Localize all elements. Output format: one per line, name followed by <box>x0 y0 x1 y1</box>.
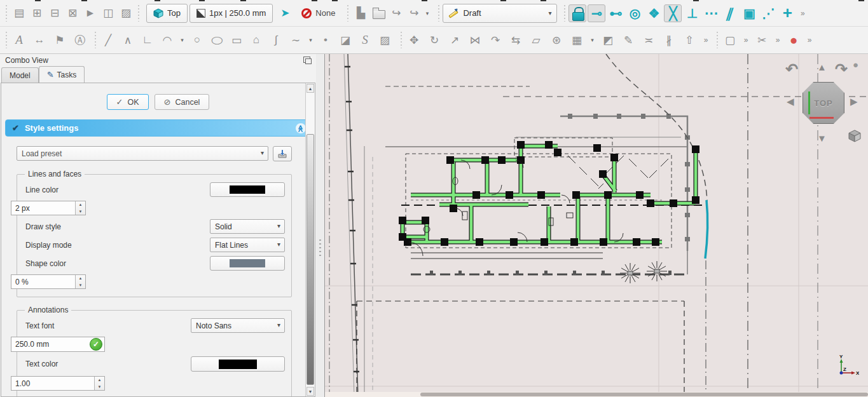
facebinder-icon[interactable]: ◪ <box>336 31 354 49</box>
add-to-group-icon[interactable]: ⊞ <box>28 4 46 22</box>
nav-arrow-right[interactable]: ▶ <box>850 96 858 107</box>
shapestring-icon[interactable]: S <box>356 31 374 49</box>
tab-tasks[interactable]: ✎ Tasks <box>39 66 85 83</box>
transparency-down-arrow[interactable]: ▼ <box>76 282 85 289</box>
hatch-icon[interactable]: ▨ <box>376 31 394 49</box>
panel-splitter[interactable] <box>316 54 324 397</box>
snap-perpendicular-icon[interactable]: ⊥ <box>683 4 701 22</box>
toolbar-drag-handle[interactable] <box>562 5 567 22</box>
text-icon[interactable]: A <box>10 31 28 49</box>
cut-icon[interactable]: ✂ <box>753 31 771 49</box>
array-icon[interactable]: ▦ <box>568 31 586 49</box>
style-settings-header[interactable]: ✔ Style settings ≪ <box>5 119 311 137</box>
polygon-icon[interactable]: ⌂ <box>247 31 265 49</box>
nav-arrow-down[interactable]: ▼ <box>817 133 827 144</box>
edit-overflow-chevron[interactable]: » <box>773 31 783 49</box>
array-dropdown-arrow[interactable]: ▾ <box>588 31 596 49</box>
load-preset-select[interactable]: Load preset <box>17 146 268 161</box>
draft-edit-icon[interactable]: ✎ <box>619 31 637 49</box>
line-width-input[interactable]: 2 px ▲▼ <box>11 201 86 215</box>
toggle-display-mode-icon[interactable]: ◫ <box>99 4 117 22</box>
label-icon[interactable]: ⚑ <box>51 31 69 49</box>
viewport-horizontal-scrollbar[interactable] <box>325 392 868 397</box>
point-icon[interactable]: • <box>317 31 334 49</box>
send-to-drawing-icon[interactable]: ↪ <box>405 4 423 22</box>
scroll-down-button[interactable]: ▼ <box>307 387 314 396</box>
style-settings-button[interactable]: 1px | 250.0 mm <box>189 4 273 23</box>
arc-icon[interactable]: ◠ <box>158 31 176 49</box>
toolbar-drag-handle[interactable] <box>93 32 98 48</box>
display-mode-select[interactable]: Flat Lines <box>210 238 285 252</box>
toolbar-drag-handle[interactable] <box>4 5 9 22</box>
selection-overflow-chevron[interactable]: » <box>741 31 751 49</box>
offset-icon[interactable]: ↷ <box>486 31 504 49</box>
shape-2d-view-icon[interactable]: ◩ <box>599 31 617 49</box>
add-to-construction-group-icon[interactable]: ► <box>81 4 99 22</box>
macro-overflow-chevron[interactable]: » <box>804 31 815 49</box>
line-spacing-down-arrow[interactable]: ▼ <box>95 384 104 391</box>
snap-intersection-icon[interactable]: ╳ <box>664 4 682 22</box>
annotation-styles-icon[interactable]: Ⓐ <box>71 31 89 49</box>
dimension-icon[interactable]: ↔ <box>31 31 48 49</box>
stretch-icon[interactable]: ⇆ <box>507 31 525 49</box>
snap-grid-icon[interactable]: + <box>778 4 796 22</box>
move-icon[interactable]: ✥ <box>405 31 423 49</box>
transparency-up-arrow[interactable]: ▲ <box>76 275 85 282</box>
ok-button[interactable]: ✓ OK <box>107 94 149 110</box>
nav-rotate-ccw-arrow[interactable]: ↶ <box>785 60 798 78</box>
move-to-group-arrow-icon[interactable]: ↪ <box>387 4 405 22</box>
line-width-up-arrow[interactable]: ▲ <box>76 201 85 208</box>
bezier-dropdown-arrow[interactable]: ▾ <box>307 31 315 49</box>
nav-sphere-icon[interactable]: ● <box>853 59 858 70</box>
move-to-group-icon[interactable]: ⊟ <box>46 4 64 22</box>
line-spacing-up-arrow[interactable]: ▲ <box>95 377 104 384</box>
snap-angle-icon[interactable]: ❖ <box>645 4 663 22</box>
clone-icon[interactable]: ⊛ <box>548 31 565 49</box>
transparency-input[interactable]: 0 % ▲▼ <box>11 274 86 289</box>
toolbar-drag-handle[interactable] <box>399 32 404 48</box>
mini-cube-icon[interactable] <box>848 129 862 143</box>
apply-current-style-icon[interactable]: ➤ <box>276 4 294 22</box>
navigation-cube[interactable]: TOP <box>803 82 844 124</box>
layers-icon[interactable]: ▤ <box>10 4 28 22</box>
working-plane-proxy-icon[interactable]: ▨ <box>117 4 135 22</box>
modify-overflow-chevron[interactable]: » <box>701 31 711 49</box>
line-spacing-input[interactable]: 1.00 ▲▼ <box>11 376 105 391</box>
polyline-icon[interactable]: ∧ <box>119 31 137 49</box>
new-group-icon[interactable] <box>369 4 387 22</box>
rectangle-icon[interactable]: ▭ <box>228 31 245 49</box>
scrollbar-thumb[interactable] <box>307 134 314 385</box>
cancel-button[interactable]: ⊘ Cancel <box>155 94 210 110</box>
snap-special-icon[interactable]: ▣ <box>740 4 758 22</box>
bspline-icon[interactable]: ∫ <box>267 31 285 49</box>
upgrade-icon[interactable]: ⇧ <box>680 31 698 49</box>
save-preset-button[interactable] <box>273 146 292 161</box>
snap-near-icon[interactable]: ⋰ <box>759 4 777 22</box>
snap-endpoint-icon[interactable]: ⊸ <box>588 4 605 22</box>
arc-dropdown-arrow[interactable]: ▾ <box>178 31 186 49</box>
bezier-icon[interactable]: ∼ <box>287 31 305 49</box>
snap-lock-icon[interactable] <box>568 4 586 22</box>
split-icon[interactable]: ∦ <box>660 31 678 49</box>
nav-arrow-up[interactable]: ▲ <box>817 62 827 72</box>
text-font-select[interactable]: Noto Sans <box>191 318 285 333</box>
layer-manager-icon[interactable]: ▙ <box>352 4 369 22</box>
horizontal-scrollbar-thumb[interactable] <box>420 393 868 396</box>
rotate-icon[interactable]: ↻ <box>425 31 443 49</box>
workbench-selector[interactable]: Draft ▾ <box>443 4 557 23</box>
draw-style-select[interactable]: Solid <box>210 219 285 234</box>
macro-record-icon[interactable]: ● <box>785 31 803 49</box>
snap-center-icon[interactable]: ◎ <box>626 4 644 22</box>
send-dropdown-arrow[interactable]: ▾ <box>423 4 431 22</box>
scroll-up-button[interactable]: ▲ <box>307 84 314 93</box>
snap-midpoint-icon[interactable]: ⊷ <box>607 4 624 22</box>
collapse-icon[interactable]: ≪ <box>296 123 306 133</box>
toolbar-drag-handle[interactable] <box>136 5 141 22</box>
nav-arrow-left[interactable]: ◀ <box>787 96 794 107</box>
shape-color-button[interactable] <box>210 256 285 271</box>
tab-model[interactable]: Model <box>1 67 39 83</box>
line-color-button[interactable] <box>210 182 285 197</box>
snap-extension-icon[interactable]: ⋯ <box>702 4 720 22</box>
line-icon[interactable]: ╱ <box>99 31 117 49</box>
text-color-button[interactable] <box>191 356 285 372</box>
